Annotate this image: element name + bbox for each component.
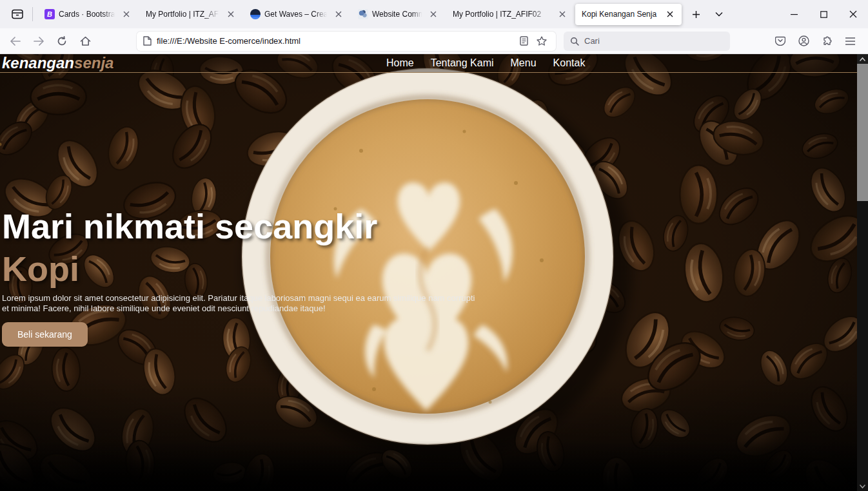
nav-link-home[interactable]: Home	[386, 57, 414, 69]
tab-close-icon[interactable]	[664, 8, 676, 21]
tab-close-icon[interactable]	[427, 8, 440, 21]
tab-title: Get Waves – Create S	[264, 10, 328, 19]
titlebar-separator	[32, 7, 33, 21]
firefox-view-icon[interactable]	[6, 5, 28, 24]
site-navbar: kenangansenja Home Tentang Kami Menu Kon…	[0, 54, 857, 73]
account-icon[interactable]	[793, 32, 814, 51]
hero-heading: Mari nikmati secangkirKopi	[2, 205, 482, 290]
tab-close-icon[interactable]	[332, 8, 345, 21]
tab-my-portfolio-1[interactable]: My Portfolio | ITZ_AFIF02	[139, 4, 242, 25]
reload-icon[interactable]	[52, 32, 72, 51]
page-viewport: kenangansenja Home Tentang Kami Menu Kon…	[0, 54, 868, 491]
tab-title: Kopi Kenangan Senja	[582, 10, 660, 19]
tab-get-waves[interactable]: Get Waves – Create S	[244, 4, 350, 25]
new-tab-button[interactable]	[686, 5, 706, 24]
toolbar-right-icons	[770, 32, 863, 51]
search-placeholder: Cari	[584, 36, 600, 46]
extensions-puzzle-icon[interactable]	[816, 32, 837, 51]
waves-icon	[250, 9, 261, 19]
back-icon[interactable]	[5, 32, 26, 51]
nav-link-kontak[interactable]: Kontak	[553, 57, 586, 69]
minimize-button[interactable]	[779, 0, 809, 28]
buy-now-button[interactable]: Beli sekarang	[2, 322, 88, 347]
tab-title: My Portfolio | ITZ_AFIF02	[146, 10, 221, 19]
tab-title: Cards · Bootstrap v5.	[59, 10, 116, 19]
search-icon	[570, 37, 579, 46]
tab-website-commision[interactable]: Website Commision	[351, 4, 445, 25]
sparkle-icon	[358, 9, 368, 19]
page-scrollbar[interactable]	[857, 54, 868, 491]
brand-part-white: kenangan	[2, 54, 74, 72]
tab-kopi-kenangan-senja[interactable]: Kopi Kenangan Senja	[575, 4, 682, 25]
page-icon	[143, 36, 152, 46]
window-controls	[779, 0, 868, 28]
brand-part-accent: senja	[74, 54, 113, 72]
tab-title: My Portfolio | ITZ_AFIF02	[453, 10, 552, 19]
pocket-icon[interactable]	[770, 32, 791, 51]
bootstrap-icon: B	[44, 9, 55, 19]
tab-close-icon[interactable]	[556, 8, 569, 21]
url-bar[interactable]: file:///E:/Website E-comerce/index.html	[137, 32, 556, 51]
site-logo[interactable]: kenangansenja	[2, 54, 113, 72]
list-all-tabs-icon[interactable]	[709, 5, 729, 24]
hero-heading-line2: Kopi	[2, 249, 79, 288]
search-input[interactable]: Cari	[564, 32, 730, 51]
tab-close-icon[interactable]	[224, 8, 237, 21]
scrollbar-up-icon[interactable]	[857, 54, 868, 64]
tab-strip: B Cards · Bootstrap v5. My Portfolio | I…	[38, 0, 683, 28]
tab-title: Website Commision	[372, 10, 423, 19]
close-window-button[interactable]	[838, 0, 868, 28]
bookmark-star-icon[interactable]	[533, 33, 551, 50]
reader-mode-icon[interactable]	[515, 33, 533, 50]
hero-section: Mari nikmati secangkirKopi Lorem ipsum d…	[2, 205, 482, 347]
nav-link-menu[interactable]: Menu	[511, 57, 537, 69]
menu-hamburger-icon[interactable]	[840, 32, 860, 51]
tab-my-portfolio-2[interactable]: My Portfolio | ITZ_AFIF02	[446, 4, 574, 25]
hero-description: Lorem ipsum dolor sit amet consectetur a…	[2, 293, 482, 314]
nav-link-tentang-kami[interactable]: Tentang Kami	[431, 57, 494, 69]
scrollbar-down-icon[interactable]	[857, 481, 868, 491]
tab-cards-bootstrap[interactable]: B Cards · Bootstrap v5.	[38, 4, 138, 25]
tab-close-icon[interactable]	[120, 8, 133, 21]
hero-heading-line1: Mari nikmati secangkir	[2, 207, 377, 246]
scrollbar-thumb[interactable]	[857, 64, 868, 201]
forward-icon[interactable]	[28, 32, 49, 51]
home-icon[interactable]	[75, 32, 95, 51]
browser-titlebar: B Cards · Bootstrap v5. My Portfolio | I…	[0, 0, 868, 28]
maximize-button[interactable]	[809, 0, 838, 28]
site-nav-links: Home Tentang Kami Menu Kontak	[386, 54, 585, 72]
browser-toolbar: file:///E:/Website E-comerce/index.html …	[0, 28, 868, 54]
url-text: file:///E:/Website E-comerce/index.html	[157, 36, 515, 46]
